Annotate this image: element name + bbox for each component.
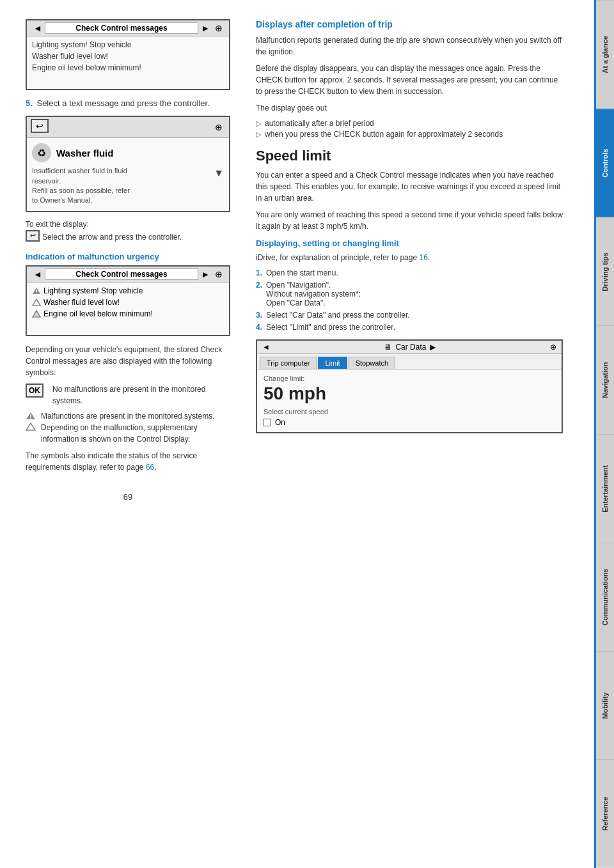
screen3-row-2-text: Washer fluid level low! bbox=[43, 298, 120, 307]
washer-scroll-icon[interactable]: ▼ bbox=[214, 166, 224, 180]
ok-icon: OK bbox=[26, 384, 47, 398]
car-data-back-btn[interactable]: ◄ bbox=[262, 343, 270, 352]
step-5: 5. Select a text message and press the c… bbox=[26, 98, 230, 109]
washer-desc-line-2: reservoir. bbox=[32, 176, 224, 186]
exit-back-icon: ↩ bbox=[26, 230, 40, 242]
screen3-row-3-text: Engine oil level below minimum! bbox=[43, 309, 153, 318]
screen1-back-btn[interactable]: ◄ bbox=[31, 23, 45, 33]
washer-desc-line-1: Insufficient washer fluid in fluid bbox=[32, 166, 224, 176]
left-column: ◄ Check Control messages ► ⊕ Lighting sy… bbox=[0, 13, 243, 508]
washer-icon-symbol: ♻ bbox=[37, 147, 46, 159]
step4-num: 4. bbox=[256, 323, 262, 332]
page-number: 69 bbox=[26, 492, 230, 502]
sidebar-item-communications[interactable]: Communications bbox=[596, 543, 614, 651]
bullet-arrow-1: ▷ bbox=[256, 120, 261, 128]
car-data-title-row: 🖥 Car Data ▶ bbox=[384, 343, 436, 352]
car-data-forward-icon: ▶ bbox=[430, 343, 436, 352]
svg-marker-3 bbox=[33, 299, 40, 306]
screen3-menu-btn[interactable]: ⊕ bbox=[212, 269, 225, 279]
washer-back-btn[interactable]: ↩ bbox=[31, 119, 49, 133]
step1-text: Open the start menu. bbox=[266, 268, 338, 277]
back-arrow-icon: ↩ bbox=[36, 121, 43, 131]
screen1-body: Lighting system! Stop vehicle Washer flu… bbox=[27, 36, 229, 89]
ok-desc: No malfunctions are present in the monit… bbox=[52, 384, 230, 407]
step4-text: Select "Limit" and press the controller. bbox=[266, 323, 395, 332]
car-data-title: Car Data bbox=[395, 343, 426, 352]
svg-point-8 bbox=[30, 417, 31, 419]
screen1-row-2: Washer fluid level low! bbox=[32, 50, 224, 62]
tab-trip-computer[interactable]: Trip computer bbox=[260, 357, 317, 369]
sidebar-item-controls[interactable]: Controls bbox=[596, 109, 614, 217]
on-row: On bbox=[264, 418, 555, 427]
change-limit-value: 50 mph bbox=[264, 384, 555, 404]
sidebar-item-mobility[interactable]: Mobility bbox=[596, 651, 614, 760]
idrive-page-link[interactable]: 16 bbox=[419, 253, 427, 262]
sidebar-item-at-a-glance[interactable]: At a glance bbox=[596, 0, 614, 109]
speed-limit-para1: You can enter a speed and a Check Contro… bbox=[256, 169, 563, 204]
sidebar-item-entertainment[interactable]: Entertainment bbox=[596, 434, 614, 543]
washer-header: ↩ ⊕ bbox=[27, 117, 229, 138]
warn-icon-2 bbox=[32, 298, 41, 306]
main-content: ◄ Check Control messages ► ⊕ Lighting sy… bbox=[0, 0, 596, 521]
screen3-spacer bbox=[32, 320, 224, 332]
triangle-icons bbox=[26, 410, 36, 431]
change-limit-label: Change limit: bbox=[264, 375, 555, 382]
svg-marker-9 bbox=[26, 423, 35, 430]
screen-check-control-1: ◄ Check Control messages ► ⊕ Lighting sy… bbox=[26, 19, 230, 90]
washer-icon: ♻ bbox=[32, 143, 51, 162]
speed-limit-heading: Speed limit bbox=[256, 148, 563, 164]
exit-arrow-desc: Select the arrow and press the controlle… bbox=[42, 233, 182, 242]
triangle-desc: Malfunctions are present in the monitore… bbox=[41, 410, 230, 445]
triangle-row: Malfunctions are present in the monitore… bbox=[26, 410, 230, 445]
screen1-spacer bbox=[32, 74, 224, 86]
screen3-forward-btn[interactable]: ► bbox=[198, 269, 212, 279]
car-data-menu-btn[interactable]: ⊕ bbox=[550, 343, 556, 352]
speed-limit-para2: You are only warned of reaching this spe… bbox=[256, 209, 563, 232]
ok-row: OK No malfunctions are present in the mo… bbox=[26, 384, 230, 407]
symbols-text: The symbols also indicate the status of … bbox=[26, 450, 230, 473]
sidebar-item-reference[interactable]: Reference bbox=[596, 759, 614, 868]
screen3-row-3: Engine oil level below minimum! bbox=[32, 308, 224, 320]
screen1-row-3: Engine oil level below minimum! bbox=[32, 62, 224, 74]
sidebar-item-navigation[interactable]: Navigation bbox=[596, 325, 614, 434]
indication-heading: Indication of malfunction urgency bbox=[26, 252, 230, 261]
step3-num: 3. bbox=[256, 311, 262, 320]
on-label: On bbox=[275, 418, 285, 427]
screen1-menu-btn[interactable]: ⊕ bbox=[212, 23, 225, 33]
screen1-forward-btn[interactable]: ► bbox=[198, 23, 212, 33]
car-data-header: ◄ 🖥 Car Data ▶ ⊕ bbox=[257, 341, 562, 354]
screen1-header: ◄ Check Control messages ► ⊕ bbox=[27, 20, 229, 36]
idrive-text: iDrive, for explanation of principle, re… bbox=[256, 252, 563, 263]
screen3-row-1: Lighting system! Stop vehicle bbox=[32, 285, 224, 297]
washer-desc-line-3: Refill as soon as possible, refer bbox=[32, 186, 224, 196]
num-step-1: 1. Open the start menu. bbox=[256, 268, 563, 277]
washer-body: ♻ Washer fluid ▼ Insufficient washer flu… bbox=[27, 138, 229, 211]
triangle-outline-icon bbox=[26, 422, 36, 431]
bullet-1-text: automatically after a brief period bbox=[265, 119, 374, 128]
svg-point-2 bbox=[36, 292, 37, 293]
car-data-body: Change limit: 50 mph Select current spee… bbox=[257, 369, 562, 432]
displays-para1: Malfunction reports generated during the… bbox=[256, 35, 563, 58]
sidebar-item-driving-tips[interactable]: Driving tips bbox=[596, 217, 614, 326]
on-checkbox[interactable] bbox=[264, 419, 271, 426]
car-data-tabs: Trip computer Limit Stopwatch bbox=[257, 354, 562, 369]
screen3-back-btn[interactable]: ◄ bbox=[31, 269, 45, 279]
tab-limit[interactable]: Limit bbox=[318, 357, 347, 369]
depending-text: Depending on your vehicle's equipment, t… bbox=[26, 344, 230, 378]
screen3-row-2: Washer fluid level low! bbox=[32, 297, 224, 308]
num-step-3: 3. Select "Car Data" and press the contr… bbox=[256, 311, 563, 320]
display-goes-out: The display goes out bbox=[256, 102, 563, 114]
car-data-screen: ◄ 🖥 Car Data ▶ ⊕ Trip computer Limit Sto… bbox=[256, 339, 563, 433]
step3-text: Select "Car Data" and press the controll… bbox=[266, 311, 410, 320]
num-step-4: 4. Select "Limit" and press the controll… bbox=[256, 323, 563, 332]
symbols-page-link[interactable]: 66 bbox=[146, 463, 154, 472]
screen3-row-1-text: Lighting system! Stop vehicle bbox=[43, 286, 143, 295]
triangle-filled-icon bbox=[26, 412, 36, 420]
screen1-row-1: Lighting system! Stop vehicle bbox=[32, 39, 224, 50]
side-tabs: At a glance Controls Driving tips Naviga… bbox=[596, 0, 614, 868]
tab-stopwatch[interactable]: Stopwatch bbox=[349, 357, 395, 369]
accent-bar bbox=[594, 0, 596, 868]
screen-washer-fluid: ↩ ⊕ ♻ Washer fluid ▼ Insufficient washer… bbox=[26, 116, 230, 212]
washer-menu-btn[interactable]: ⊕ bbox=[212, 122, 225, 132]
warn-icon-1 bbox=[32, 287, 41, 295]
